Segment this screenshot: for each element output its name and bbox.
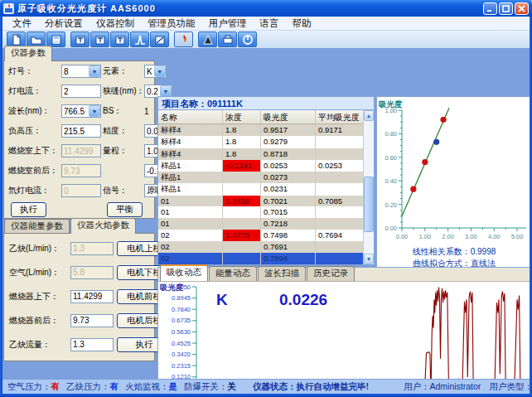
element-select[interactable]: K▼ <box>144 65 167 78</box>
table-row[interactable]: 010.7218 <box>158 218 363 230</box>
minimize-button[interactable] <box>483 2 497 15</box>
power-button[interactable] <box>238 31 257 47</box>
hollow-cathode-lamp-button[interactable] <box>70 31 89 47</box>
cell-name: 样品1 <box>158 183 223 195</box>
menu-item-4[interactable]: 用户管理 <box>202 17 254 31</box>
table-row[interactable]: 标样41.80.95170.9171 <box>158 124 363 136</box>
instrument-panel-tabs: 仪器参数 <box>4 48 53 61</box>
cell-absorbance: 0.7498 <box>261 230 316 241</box>
menu-item-5[interactable]: 语言 <box>254 17 286 31</box>
correlation-line: 线性相关系数：0.9998 <box>377 246 531 258</box>
element-symbol: K <box>216 291 228 308</box>
app-window: 原子吸收分光光度计 AAS6000 文件分析设置仪器控制管理员功能用户管理语言帮… <box>0 0 532 397</box>
tab-dynamics-3[interactable]: 历史记录 <box>307 266 355 281</box>
scrollbar-track[interactable] <box>364 121 374 254</box>
burner-position-icon <box>114 33 127 46</box>
negative-high-voltage-label: 负高压： <box>8 125 60 137</box>
table-row[interactable]: 011.34560.70210.7085 <box>158 196 363 207</box>
table-row[interactable]: 样品10.0231 <box>158 183 363 195</box>
wavelength-peak-button[interactable] <box>130 31 149 47</box>
lamp-current-label: 灯电流： <box>8 85 60 97</box>
table-row[interactable]: 标样41.80.9279 <box>158 136 363 148</box>
wavelength-select[interactable]: 766.5▼ <box>61 104 101 118</box>
cell-absorbance: 0.9279 <box>261 136 316 148</box>
dynamics-tabs: 吸收动态能量动态波长扫描历史记录 <box>158 268 531 282</box>
cell-avg-absorbance <box>316 206 363 218</box>
lamp-number-select[interactable]: 8▼ <box>61 65 101 78</box>
ignite-flame-button[interactable] <box>174 31 193 47</box>
calibration-chart: 吸光度0.000.200.400.600.801.000.001.002.003… <box>377 99 531 246</box>
element-dropdown-arrow-icon[interactable]: ▼ <box>154 65 166 77</box>
tab-dynamics-2[interactable]: 波长扫描 <box>258 266 306 281</box>
scrollbar-thumb[interactable] <box>364 177 374 232</box>
tab-dynamics-1[interactable]: 能量动态 <box>209 266 257 281</box>
column-header-2: 吸光度 <box>261 110 316 123</box>
calibration-curve-panel: 吸光度0.000.200.400.600.801.000.001.002.003… <box>376 96 532 280</box>
wavelength-peak-icon <box>133 33 147 46</box>
status-flag-label: 空气压力： <box>7 381 51 391</box>
burner-position-button[interactable] <box>110 31 129 47</box>
cell-concentration: 1.8 <box>223 124 261 136</box>
monochromator-icon <box>153 33 167 46</box>
menu-item-1[interactable]: 分析设置 <box>38 17 89 31</box>
acetylene-flow-input[interactable] <box>70 338 114 351</box>
slit-dropdown-arrow-icon[interactable]: ▼ <box>160 85 172 97</box>
cell-avg-absorbance: 0.0253 <box>316 160 363 172</box>
table-row[interactable]: 样品10.0273 <box>158 172 363 183</box>
table-row[interactable]: 010.7015 <box>158 206 363 218</box>
menu-item-3[interactable]: 管理员功能 <box>141 17 202 31</box>
sample-point <box>433 139 439 145</box>
table-row[interactable]: 021.47700.74980.7694 <box>158 230 363 241</box>
tab-flame-0[interactable]: 仪器能量参数 <box>4 219 70 234</box>
maximize-button[interactable] <box>499 2 513 15</box>
status-flag-label: 防爆开关： <box>184 381 228 391</box>
table-row[interactable]: 样品1-0.12410.02530.0253 <box>158 160 363 172</box>
menu-item-0[interactable]: 文件 <box>6 17 38 31</box>
form-row: 灯电流：狭缝(nm)：0.2▼ <box>4 81 154 101</box>
execute-button[interactable]: 执行 <box>11 202 46 217</box>
cell-absorbance: 0.7015 <box>261 206 316 218</box>
burner-updown-input[interactable] <box>70 290 114 303</box>
scroll-down-arrow-icon[interactable]: ▼ <box>364 254 374 264</box>
table-row[interactable]: 020.7691 <box>158 241 363 253</box>
status-flag-3: 防爆开关：关 <box>184 381 236 393</box>
cell-name: 样品1 <box>158 172 223 183</box>
menu-item-2[interactable]: 仪器控制 <box>89 17 141 31</box>
slit-value: 0.2 <box>145 87 160 96</box>
table-vertical-scrollbar[interactable]: ▲ ▼ <box>363 110 374 264</box>
cell-concentration <box>223 172 261 183</box>
close-button[interactable] <box>515 2 529 15</box>
lamp-energy-button[interactable] <box>90 31 109 47</box>
dynamics-panel: 吸收动态能量动态波长扫描历史记录 吸光度1.00500.89450.78400.… <box>157 267 532 397</box>
table-row[interactable]: 020.7894 <box>158 253 363 264</box>
instrument-button[interactable] <box>218 31 237 47</box>
table-row[interactable]: 标样41.80.8718 <box>158 148 363 160</box>
autosampler-button[interactable] <box>198 31 217 47</box>
burner-frontback-input[interactable] <box>70 314 114 327</box>
svg-text:0.2315: 0.2315 <box>172 362 191 370</box>
lamp-energy-icon <box>94 33 107 46</box>
cell-concentration <box>223 206 261 218</box>
menu-item-6[interactable]: 帮助 <box>286 17 318 31</box>
open-file-icon <box>30 33 43 46</box>
lamp-current-input[interactable] <box>61 85 101 98</box>
flame-params-panel: 乙炔(L/min)：电机上移空气(L/min)：电机下移燃烧器上下：电机前移燃烧… <box>3 233 155 361</box>
tab-dynamics-0[interactable]: 吸收动态 <box>160 264 208 281</box>
svg-text:0.8945: 0.8945 <box>172 294 191 302</box>
lamp-number-dropdown-arrow-icon[interactable]: ▼ <box>89 65 100 77</box>
cell-concentration: -0.1241 <box>223 160 261 172</box>
negative-high-voltage-input[interactable] <box>61 124 101 138</box>
cell-avg-absorbance: 0.7694 <box>316 230 363 241</box>
cell-absorbance: 0.0273 <box>261 172 316 183</box>
balance-button[interactable]: 平衡 <box>107 202 143 217</box>
air-input <box>70 266 114 279</box>
monochromator-button[interactable] <box>150 31 169 47</box>
tab-instrument-params[interactable]: 仪器参数 <box>4 46 52 61</box>
wavelength-dropdown-arrow-icon[interactable]: ▼ <box>89 105 100 117</box>
menu-bar: 文件分析设置仪器控制管理员功能用户管理语言帮助 <box>2 17 530 31</box>
scroll-up-arrow-icon[interactable]: ▲ <box>364 110 374 121</box>
acetylene-label: 乙炔(L/min)： <box>9 243 67 254</box>
status-flag-2: 火焰监视：是 <box>125 381 177 393</box>
precision-label: 精度： <box>103 125 143 137</box>
tab-flame-1[interactable]: 仪器火焰参数 <box>70 218 136 234</box>
